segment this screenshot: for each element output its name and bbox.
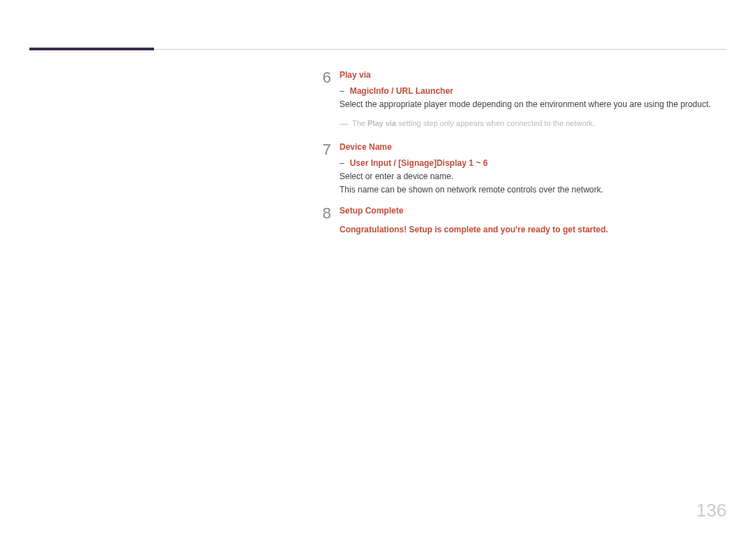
step-title: Device Name bbox=[340, 141, 714, 154]
step-title: Setup Complete bbox=[340, 204, 714, 218]
step-option: User Input / [Signage]Display 1 ~ 6 bbox=[350, 157, 488, 170]
note-dash-icon: ― bbox=[340, 118, 348, 131]
step-note: ― The Play via setting step only appears… bbox=[340, 118, 714, 131]
dash-icon: – bbox=[340, 157, 344, 170]
note-suffix: setting step only appears when connected… bbox=[396, 119, 595, 127]
note-text: The Play via setting step only appears w… bbox=[352, 118, 595, 131]
step-number: 8 bbox=[312, 204, 331, 237]
step-congrats: Congratulations! Setup is complete and y… bbox=[340, 223, 714, 237]
top-divider bbox=[154, 49, 727, 50]
step-title: Play via bbox=[340, 69, 714, 82]
step-option-line: – User Input / [Signage]Display 1 ~ 6 bbox=[340, 157, 714, 170]
step-body: Device Name – User Input / [Signage]Disp… bbox=[340, 141, 714, 197]
step-6: 6 Play via – MagicInfo / URL Launcher Se… bbox=[312, 69, 714, 134]
note-prefix: The bbox=[352, 119, 368, 127]
step-body: Setup Complete Congratulations! Setup is… bbox=[340, 204, 714, 237]
accent-bar bbox=[29, 48, 154, 50]
step-8: 8 Setup Complete Congratulations! Setup … bbox=[312, 204, 714, 237]
step-body-text-2: This name can be shown on network remote… bbox=[340, 183, 714, 197]
step-body-text-1: Select or enter a device name. bbox=[340, 170, 714, 183]
content-area: 6 Play via – MagicInfo / URL Launcher Se… bbox=[312, 69, 714, 244]
step-option: MagicInfo / URL Launcher bbox=[350, 85, 454, 98]
step-body-text: Select the appropriate player mode depen… bbox=[340, 98, 714, 111]
step-7: 7 Device Name – User Input / [Signage]Di… bbox=[312, 141, 714, 197]
step-body: Play via – MagicInfo / URL Launcher Sele… bbox=[340, 69, 714, 134]
step-number: 6 bbox=[312, 69, 331, 134]
dash-icon: – bbox=[340, 85, 344, 98]
step-number: 7 bbox=[312, 141, 331, 197]
note-bold: Play via bbox=[368, 119, 396, 127]
step-option-line: – MagicInfo / URL Launcher bbox=[340, 85, 714, 98]
page-number: 136 bbox=[696, 500, 727, 521]
